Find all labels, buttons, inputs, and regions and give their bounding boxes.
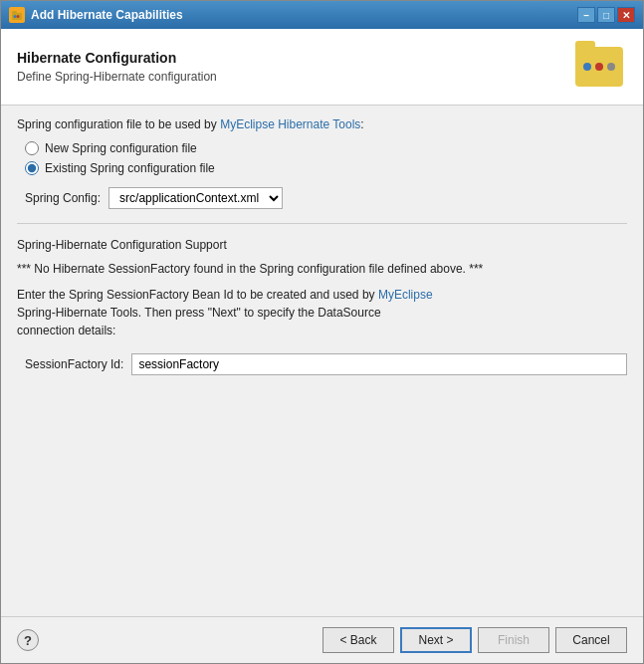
dot-gray xyxy=(607,63,615,71)
cancel-button[interactable]: Cancel xyxy=(555,627,627,653)
footer-buttons: < Back Next > Finish Cancel xyxy=(322,627,627,653)
myeclipse-link2[interactable]: MyEclipse xyxy=(378,288,433,302)
folder-icon xyxy=(575,47,623,87)
minimize-button[interactable]: – xyxy=(577,7,595,23)
radio-new-spring-label: New Spring configuration file xyxy=(45,141,197,155)
finish-button[interactable]: Finish xyxy=(478,627,549,653)
spring-config-dropdown[interactable]: src/applicationContext.xml xyxy=(108,187,283,209)
session-factory-input[interactable] xyxy=(131,353,627,375)
session-factory-label: SessionFactory Id: xyxy=(25,357,123,371)
svg-point-3 xyxy=(17,15,20,18)
header-icon-container xyxy=(575,41,627,93)
window-controls: – □ ✕ xyxy=(577,7,635,23)
main-window: Add Hibernate Capabilities – □ ✕ Hiberna… xyxy=(0,0,644,664)
help-button[interactable]: ? xyxy=(17,629,39,651)
dialog-header: Hibernate Configuration Define Spring-Hi… xyxy=(1,29,643,106)
back-button[interactable]: < Back xyxy=(322,627,394,653)
maximize-button[interactable]: □ xyxy=(597,7,615,23)
window-icon xyxy=(9,7,25,23)
dialog-footer: ? < Back Next > Finish Cancel xyxy=(1,616,643,663)
radio-existing-spring[interactable]: Existing Spring configuration file xyxy=(25,161,627,175)
spring-config-description: Spring configuration file to be used by … xyxy=(17,117,627,131)
header-text: Hibernate Configuration Define Spring-Hi… xyxy=(17,50,217,84)
section-divider xyxy=(17,223,627,224)
session-factory-row: SessionFactory Id: xyxy=(17,353,627,375)
spring-config-label: Spring Config: xyxy=(25,191,101,205)
radio-existing-spring-input[interactable] xyxy=(25,161,39,175)
radio-new-spring-input[interactable] xyxy=(25,141,39,155)
spring-config-radio-group: New Spring configuration file Existing S… xyxy=(17,141,627,175)
spring-config-row: Spring Config: src/applicationContext.xm… xyxy=(17,187,627,209)
svg-rect-1 xyxy=(12,11,17,14)
window-title: Add Hibernate Capabilities xyxy=(31,8,577,22)
header-heading: Hibernate Configuration xyxy=(17,50,217,66)
dot-blue xyxy=(583,63,591,71)
radio-existing-spring-label: Existing Spring configuration file xyxy=(45,161,215,175)
session-factory-info: Enter the Spring SessionFactory Bean Id … xyxy=(17,286,627,339)
next-button[interactable]: Next > xyxy=(400,627,472,653)
header-subheading: Define Spring-Hibernate configuration xyxy=(17,70,217,84)
no-session-factory-warning: *** No Hibernate SessionFactory found in… xyxy=(17,262,627,276)
main-body: Spring configuration file to be used by … xyxy=(1,106,643,616)
footer-left: ? xyxy=(17,629,39,651)
myeclipse-link[interactable]: MyEclipse Hibernate Tools xyxy=(220,117,360,131)
title-bar: Add Hibernate Capabilities – □ ✕ xyxy=(1,1,643,29)
svg-point-2 xyxy=(14,15,17,18)
dot-red xyxy=(595,63,603,71)
hibernate-section-title: Spring-Hibernate Configuration Support xyxy=(17,238,627,252)
folder-dots xyxy=(583,63,615,71)
close-button[interactable]: ✕ xyxy=(617,7,635,23)
radio-new-spring[interactable]: New Spring configuration file xyxy=(25,141,627,155)
